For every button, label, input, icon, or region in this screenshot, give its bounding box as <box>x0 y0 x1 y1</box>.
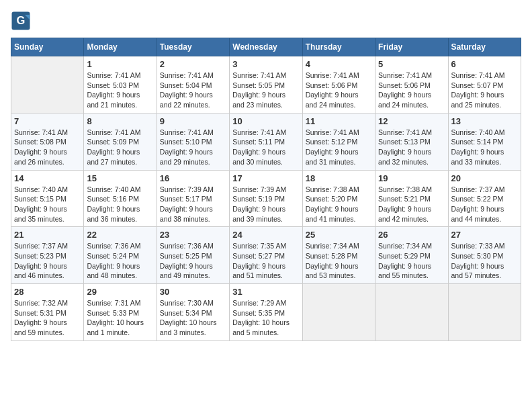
day-number: 1 <box>87 59 153 69</box>
day-number: 2 <box>160 59 226 69</box>
day-number: 23 <box>160 230 226 240</box>
header-cell-monday: Monday <box>84 38 157 56</box>
day-info: Sunrise: 7:37 AM Sunset: 5:22 PM Dayligh… <box>451 185 518 224</box>
day-cell: 7Sunrise: 7:41 AM Sunset: 5:08 PM Daylig… <box>11 113 84 170</box>
day-info: Sunrise: 7:41 AM Sunset: 5:06 PM Dayligh… <box>378 71 445 110</box>
day-cell: 31Sunrise: 7:29 AM Sunset: 5:35 PM Dayli… <box>230 284 302 341</box>
day-info: Sunrise: 7:38 AM Sunset: 5:20 PM Dayligh… <box>306 185 372 224</box>
day-info: Sunrise: 7:35 AM Sunset: 5:27 PM Dayligh… <box>232 241 299 281</box>
day-number: 6 <box>451 59 518 69</box>
day-info: Sunrise: 7:36 AM Sunset: 5:24 PM Dayligh… <box>87 241 153 281</box>
day-number: 21 <box>14 230 81 240</box>
day-cell: 1Sunrise: 7:41 AM Sunset: 5:03 PM Daylig… <box>84 56 157 113</box>
day-cell: 26Sunrise: 7:34 AM Sunset: 5:29 PM Dayli… <box>375 227 448 284</box>
header-cell-sunday: Sunday <box>11 38 84 56</box>
day-info: Sunrise: 7:34 AM Sunset: 5:29 PM Dayligh… <box>378 241 445 281</box>
day-cell: 19Sunrise: 7:38 AM Sunset: 5:21 PM Dayli… <box>375 170 448 227</box>
day-cell: 15Sunrise: 7:40 AM Sunset: 5:16 PM Dayli… <box>84 170 157 227</box>
day-info: Sunrise: 7:41 AM Sunset: 5:10 PM Dayligh… <box>160 128 226 167</box>
day-info: Sunrise: 7:33 AM Sunset: 5:30 PM Dayligh… <box>451 241 518 281</box>
header-cell-tuesday: Tuesday <box>157 38 229 56</box>
day-cell: 21Sunrise: 7:37 AM Sunset: 5:23 PM Dayli… <box>11 227 84 284</box>
day-info: Sunrise: 7:41 AM Sunset: 5:13 PM Dayligh… <box>378 128 445 167</box>
day-info: Sunrise: 7:40 AM Sunset: 5:14 PM Dayligh… <box>451 128 518 167</box>
day-info: Sunrise: 7:31 AM Sunset: 5:33 PM Dayligh… <box>87 298 153 338</box>
day-number: 17 <box>232 173 299 183</box>
day-cell: 6Sunrise: 7:41 AM Sunset: 5:07 PM Daylig… <box>448 56 521 113</box>
day-info: Sunrise: 7:36 AM Sunset: 5:25 PM Dayligh… <box>160 241 226 281</box>
day-number: 13 <box>451 116 518 126</box>
day-cell: 24Sunrise: 7:35 AM Sunset: 5:27 PM Dayli… <box>230 227 302 284</box>
calendar-header-row: SundayMondayTuesdayWednesdayThursdayFrid… <box>11 38 521 56</box>
day-cell: 2Sunrise: 7:41 AM Sunset: 5:04 PM Daylig… <box>157 56 229 113</box>
day-number: 24 <box>232 230 299 240</box>
day-cell: 25Sunrise: 7:34 AM Sunset: 5:28 PM Dayli… <box>302 227 375 284</box>
week-row-3: 14Sunrise: 7:40 AM Sunset: 5:15 PM Dayli… <box>11 170 521 227</box>
week-row-5: 28Sunrise: 7:32 AM Sunset: 5:31 PM Dayli… <box>11 284 521 341</box>
day-number: 5 <box>378 59 445 69</box>
day-cell: 22Sunrise: 7:36 AM Sunset: 5:24 PM Dayli… <box>84 227 157 284</box>
day-cell: 18Sunrise: 7:38 AM Sunset: 5:20 PM Dayli… <box>302 170 375 227</box>
day-info: Sunrise: 7:37 AM Sunset: 5:23 PM Dayligh… <box>14 241 81 281</box>
day-number: 25 <box>306 230 372 240</box>
day-cell <box>375 284 448 341</box>
week-row-4: 21Sunrise: 7:37 AM Sunset: 5:23 PM Dayli… <box>11 227 521 284</box>
svg-text:G: G <box>17 14 26 26</box>
day-number: 18 <box>306 173 372 183</box>
header-cell-friday: Friday <box>375 38 448 56</box>
day-cell: 17Sunrise: 7:39 AM Sunset: 5:19 PM Dayli… <box>230 170 302 227</box>
day-number: 30 <box>160 287 226 297</box>
week-row-2: 7Sunrise: 7:41 AM Sunset: 5:08 PM Daylig… <box>11 113 521 170</box>
day-number: 8 <box>87 116 153 126</box>
day-cell: 4Sunrise: 7:41 AM Sunset: 5:06 PM Daylig… <box>302 56 375 113</box>
header-cell-wednesday: Wednesday <box>230 38 302 56</box>
day-number: 19 <box>378 173 445 183</box>
day-number: 27 <box>451 230 518 240</box>
day-cell <box>448 284 521 341</box>
day-cell <box>302 284 375 341</box>
day-cell: 13Sunrise: 7:40 AM Sunset: 5:14 PM Dayli… <box>448 113 521 170</box>
day-info: Sunrise: 7:41 AM Sunset: 5:07 PM Dayligh… <box>451 71 518 110</box>
logo-icon: G <box>11 11 31 31</box>
day-number: 20 <box>451 173 518 183</box>
day-number: 4 <box>306 59 372 69</box>
day-info: Sunrise: 7:41 AM Sunset: 5:12 PM Dayligh… <box>306 128 372 167</box>
day-info: Sunrise: 7:41 AM Sunset: 5:06 PM Dayligh… <box>306 71 372 110</box>
day-cell: 10Sunrise: 7:41 AM Sunset: 5:11 PM Dayli… <box>230 113 302 170</box>
header-cell-saturday: Saturday <box>448 38 521 56</box>
day-number: 31 <box>232 287 299 297</box>
day-info: Sunrise: 7:40 AM Sunset: 5:16 PM Dayligh… <box>87 185 153 224</box>
day-info: Sunrise: 7:41 AM Sunset: 5:08 PM Dayligh… <box>14 128 81 167</box>
day-number: 14 <box>14 173 81 183</box>
day-cell: 23Sunrise: 7:36 AM Sunset: 5:25 PM Dayli… <box>157 227 229 284</box>
day-cell: 12Sunrise: 7:41 AM Sunset: 5:13 PM Dayli… <box>375 113 448 170</box>
header: G <box>11 11 521 31</box>
week-row-1: 1Sunrise: 7:41 AM Sunset: 5:03 PM Daylig… <box>11 56 521 113</box>
day-info: Sunrise: 7:41 AM Sunset: 5:11 PM Dayligh… <box>232 128 299 167</box>
day-cell: 28Sunrise: 7:32 AM Sunset: 5:31 PM Dayli… <box>11 284 84 341</box>
day-info: Sunrise: 7:41 AM Sunset: 5:09 PM Dayligh… <box>87 128 153 167</box>
day-info: Sunrise: 7:40 AM Sunset: 5:15 PM Dayligh… <box>14 185 81 224</box>
day-cell: 29Sunrise: 7:31 AM Sunset: 5:33 PM Dayli… <box>84 284 157 341</box>
day-cell: 30Sunrise: 7:30 AM Sunset: 5:34 PM Dayli… <box>157 284 229 341</box>
day-info: Sunrise: 7:39 AM Sunset: 5:19 PM Dayligh… <box>232 185 299 224</box>
day-number: 11 <box>306 116 372 126</box>
day-info: Sunrise: 7:29 AM Sunset: 5:35 PM Dayligh… <box>232 298 299 338</box>
day-cell: 9Sunrise: 7:41 AM Sunset: 5:10 PM Daylig… <box>157 113 229 170</box>
day-info: Sunrise: 7:41 AM Sunset: 5:05 PM Dayligh… <box>232 71 299 110</box>
day-info: Sunrise: 7:39 AM Sunset: 5:17 PM Dayligh… <box>160 185 226 224</box>
day-cell: 27Sunrise: 7:33 AM Sunset: 5:30 PM Dayli… <box>448 227 521 284</box>
day-cell: 8Sunrise: 7:41 AM Sunset: 5:09 PM Daylig… <box>84 113 157 170</box>
day-number: 29 <box>87 287 153 297</box>
day-number: 12 <box>378 116 445 126</box>
day-cell: 16Sunrise: 7:39 AM Sunset: 5:17 PM Dayli… <box>157 170 229 227</box>
logo: G <box>11 11 34 31</box>
day-number: 7 <box>14 116 81 126</box>
day-number: 9 <box>160 116 226 126</box>
day-cell: 3Sunrise: 7:41 AM Sunset: 5:05 PM Daylig… <box>230 56 302 113</box>
day-info: Sunrise: 7:34 AM Sunset: 5:28 PM Dayligh… <box>306 241 372 281</box>
day-number: 3 <box>232 59 299 69</box>
day-number: 15 <box>87 173 153 183</box>
day-info: Sunrise: 7:32 AM Sunset: 5:31 PM Dayligh… <box>14 298 81 338</box>
calendar-table: SundayMondayTuesdayWednesdayThursdayFrid… <box>11 38 521 341</box>
